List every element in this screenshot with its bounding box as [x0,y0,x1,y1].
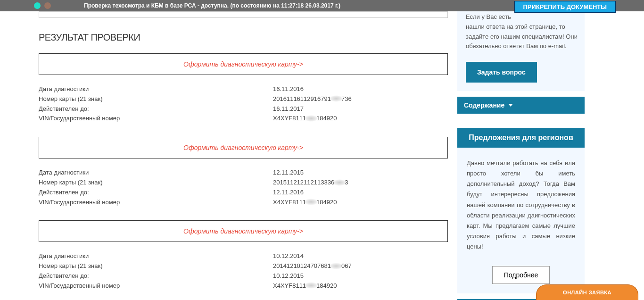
contents-label: Содержание [464,101,504,109]
help-text: Если у Вас есть нашли ответа на этой стр… [466,12,585,51]
offers-text: Давно мечтали работать на себя или прост… [457,148,585,266]
value-valid: 12.11.2016 [273,188,304,198]
contents-toggle[interactable]: Содержание [457,97,585,114]
more-button[interactable]: Подробнее [492,266,550,284]
label-vin: VIN/Государственный номер [39,198,273,208]
value-card: 20161116112916791736 [273,94,352,104]
main-content: РЕЗУЛЬТАТ ПРОВЕРКИ Оформить диагностичес… [0,11,457,300]
label-card: Номер карты (21 знак) [39,178,273,188]
value-valid: 10.12.2015 [273,271,304,281]
blur-spot [329,263,343,269]
offers-panel: Предложения для регионов Давно мечтали р… [457,128,585,293]
diag-card-link[interactable]: Оформить диагностическую карту-> [183,144,303,151]
value-vin: X4XYF8111184920 [273,114,337,124]
window-dot-brown[interactable] [44,2,51,9]
value-date: 16.11.2016 [273,84,304,94]
chevron-down-icon [508,104,513,107]
diag-card-link-box: Оформить диагностическую карту-> [39,137,448,158]
label-valid: Действителен до: [39,188,273,198]
result-block: Оформить диагностическую карту-> Дата ди… [39,220,448,291]
value-vin: X4XYF8111184920 [273,281,337,291]
value-date: 10.12.2014 [273,251,304,261]
blur-spot [332,179,347,186]
input-placeholder-box [39,11,448,18]
sidebar: Если у Вас есть нашли ответа на этой стр… [457,11,589,300]
label-valid: Действителен до: [39,271,273,281]
result-block: Оформить диагностическую карту-> Дата ди… [39,53,448,124]
diag-card-link-box: Оформить диагностическую карту-> [39,53,448,75]
value-card: 20141210124707681067 [273,261,352,271]
value-card: 2015112121121133363 [273,178,348,188]
value-valid: 16.11.2017 [273,104,304,114]
label-date: Дата диагностики [39,84,273,94]
diag-card-link[interactable]: Оформить диагностическую карту-> [183,60,303,68]
value-vin: X4XYF8111184920 [273,198,337,208]
label-vin: VIN/Государственный номер [39,281,273,291]
diag-card-link[interactable]: Оформить диагностическую карту-> [183,227,303,235]
window-dot-cyan[interactable] [34,2,41,9]
blur-spot [304,115,318,122]
diag-card-link-box: Оформить диагностическую карту-> [39,220,448,242]
value-date: 12.11.2015 [273,168,304,178]
label-date: Дата диагностики [39,168,273,178]
attach-documents-button[interactable]: ПРИКРЕПИТЬ ДОКУМЕНТЫ [514,1,616,13]
window-controls [34,2,51,9]
label-card: Номер карты (21 знак) [39,261,273,271]
status-text: Проверка техосмотра и КБМ в базе РСА - д… [84,2,340,9]
label-vin: VIN/Государственный номер [39,114,273,124]
label-date: Дата диагностики [39,251,273,261]
label-card: Номер карты (21 знак) [39,94,273,104]
result-block: Оформить диагностическую карту-> Дата ди… [39,137,448,207]
ask-question-button[interactable]: Задать вопрос [466,62,537,83]
label-valid: Действителен до: [39,104,273,114]
offers-header: Предложения для регионов [457,128,585,148]
online-request-button[interactable]: ОНЛАЙН ЗАЯВКА [536,284,638,300]
result-heading: РЕЗУЛЬТАТ ПРОВЕРКИ [39,32,448,43]
